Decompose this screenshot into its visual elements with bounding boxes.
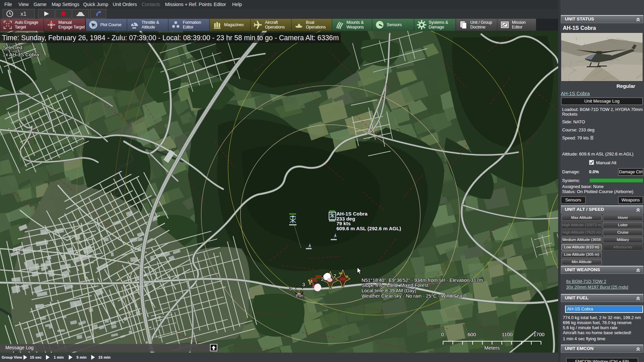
svg-text:Local time 8:39 AM (Day): Local time 8:39 AM (Day) xyxy=(362,288,416,293)
svg-text:Selected:: Selected: xyxy=(3,45,24,50)
svg-text:Meters: Meters xyxy=(484,345,500,351)
svg-text:Slope 4% - Land: Mixed Forest: Slope 4% - Land: Mixed Forest xyxy=(362,283,428,288)
svg-text:2: 2 xyxy=(321,276,324,282)
svg-text:600: 600 xyxy=(468,331,476,337)
svg-text:Message Log: Message Log xyxy=(5,345,34,350)
svg-text:1100: 1100 xyxy=(502,331,513,337)
svg-text:2: 2 xyxy=(333,273,336,279)
svg-text:1700: 1700 xyxy=(533,331,544,337)
svg-text:3: 3 xyxy=(289,286,292,291)
svg-text:N51°18'40", E9°36'52" - 934m f: N51°18'40", E9°36'52" - 934m from sel - … xyxy=(362,278,483,283)
svg-text:Time: Sunday, February 26, 198: Time: Sunday, February 26, 1984 - Zulu: … xyxy=(2,34,339,42)
svg-text:x1: x1 xyxy=(20,11,26,17)
svg-text:8 sec: 8 sec xyxy=(296,294,304,298)
svg-text:Weather Clear sky - No rain -: Weather Clear sky - No rain - 25°C - Win… xyxy=(362,293,466,299)
svg-text:609.6 m ASL (292.6 m AGL): 609.6 m ASL (292.6 m AGL) xyxy=(336,226,401,231)
svg-text:1x AH-1S Cobra: 1x AH-1S Cobra xyxy=(3,52,39,57)
svg-text:4: 4 xyxy=(310,278,313,284)
svg-text:0: 0 xyxy=(441,331,444,337)
svg-text:3: 3 xyxy=(302,282,305,287)
